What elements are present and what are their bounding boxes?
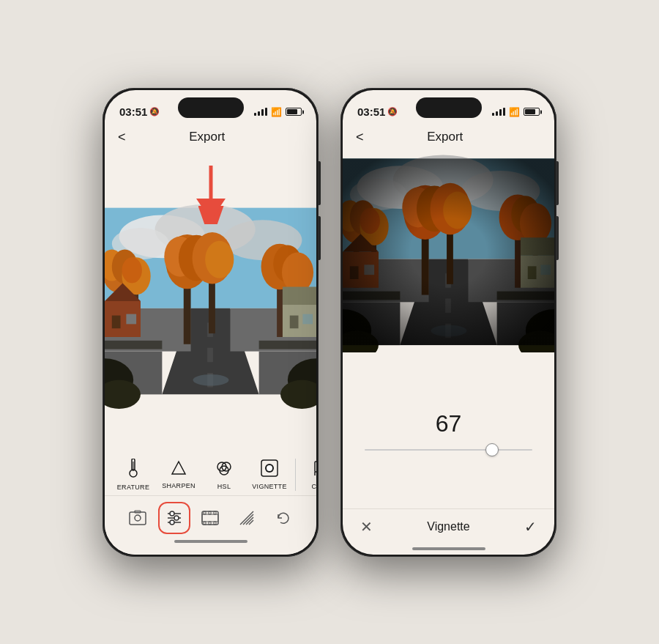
phones-container: 03:51 🔕 📶 < bbox=[103, 88, 556, 557]
time-right: 03:51 🔕 bbox=[357, 106, 398, 118]
vignette-panel: 67 ✕ Vignette ✓ bbox=[343, 352, 554, 555]
signal-bar-1 bbox=[254, 113, 256, 116]
adj-crop[interactable]: Crop bbox=[299, 459, 316, 490]
adj-hsl[interactable]: HSL bbox=[201, 459, 247, 490]
dynamic-island-left bbox=[178, 97, 244, 118]
back-button-left[interactable]: < bbox=[118, 130, 126, 145]
autumn-scene-right bbox=[343, 151, 554, 353]
battery-fill-left bbox=[287, 109, 297, 114]
battery-icon-right bbox=[524, 108, 540, 116]
home-indicator-right bbox=[412, 547, 485, 550]
status-icons-right: 📶 bbox=[492, 107, 540, 117]
status-icons-left: 📶 bbox=[254, 107, 302, 117]
crop-label: Crop bbox=[311, 483, 316, 490]
battery-icon-left bbox=[286, 108, 302, 116]
vignette-slider-track bbox=[365, 449, 532, 451]
crop-icon bbox=[313, 459, 316, 480]
svg-rect-7 bbox=[207, 347, 213, 362]
signal-bar-r1 bbox=[492, 113, 494, 116]
bnav-grain[interactable] bbox=[231, 502, 263, 534]
time-text-left: 03:51 bbox=[119, 106, 147, 118]
svg-rect-75 bbox=[202, 514, 218, 522]
svg-point-71 bbox=[174, 516, 179, 520]
svg-point-69 bbox=[170, 511, 174, 516]
vignette-icon bbox=[261, 459, 278, 480]
nav-title-right: Export bbox=[427, 130, 463, 144]
mute-icon-left: 🔕 bbox=[149, 107, 160, 116]
vignette-cancel-button[interactable]: ✕ bbox=[360, 518, 373, 536]
svg-point-73 bbox=[170, 520, 174, 525]
svg-rect-41 bbox=[259, 340, 316, 349]
svg-rect-40 bbox=[105, 340, 162, 349]
battery-fill-right bbox=[525, 109, 535, 114]
time-text-right: 03:51 bbox=[357, 106, 385, 118]
vignette-confirm-button[interactable]: ✓ bbox=[524, 518, 537, 536]
right-phone: 03:51 🔕 📶 < bbox=[340, 88, 556, 557]
hsl-label: HSL bbox=[217, 483, 231, 490]
svg-rect-35 bbox=[126, 314, 136, 324]
bnav-photo[interactable] bbox=[122, 502, 154, 534]
vignette-bottom-bar: ✕ Vignette ✓ bbox=[343, 508, 554, 544]
vignette-content: 67 bbox=[343, 352, 554, 508]
back-button-right[interactable]: < bbox=[356, 130, 364, 145]
sharpen-icon bbox=[171, 460, 187, 479]
svg-rect-38 bbox=[290, 315, 299, 328]
adj-divider bbox=[295, 459, 296, 491]
dynamic-island-right bbox=[416, 97, 482, 118]
left-phone: 03:51 🔕 📶 < bbox=[103, 88, 319, 557]
svg-rect-39 bbox=[302, 314, 313, 324]
home-indicator-left bbox=[174, 540, 247, 543]
vignette-title: Vignette bbox=[427, 520, 469, 533]
nav-bar-left: < Export bbox=[105, 127, 316, 151]
hsl-icon bbox=[215, 459, 233, 480]
bnav-history[interactable] bbox=[267, 502, 299, 534]
mute-icon-right: 🔕 bbox=[387, 107, 398, 116]
bnav-film[interactable] bbox=[194, 502, 226, 534]
signal-bar-r3 bbox=[499, 109, 502, 116]
time-left: 03:51 🔕 bbox=[119, 106, 160, 118]
svg-point-31 bbox=[282, 252, 313, 292]
svg-rect-60 bbox=[315, 462, 316, 472]
adjustments-toolbar: ERATURE SHARPEN bbox=[105, 451, 316, 495]
signal-bar-r4 bbox=[503, 108, 505, 116]
signal-bar-4 bbox=[265, 108, 267, 116]
vignette-slider-thumb[interactable] bbox=[485, 443, 499, 456]
svg-marker-37 bbox=[283, 286, 316, 304]
svg-point-19 bbox=[122, 257, 142, 283]
signal-bar-2 bbox=[258, 111, 260, 116]
svg-point-26 bbox=[205, 240, 234, 278]
svg-rect-134 bbox=[343, 158, 554, 345]
wifi-icon-right: 📶 bbox=[509, 107, 520, 117]
svg-rect-52 bbox=[133, 462, 134, 470]
photo-area-left bbox=[105, 151, 316, 451]
signal-bar-r2 bbox=[496, 111, 498, 116]
signal-bars-right bbox=[492, 108, 505, 116]
svg-point-46 bbox=[193, 374, 228, 385]
vignette-label: VIGNETTE bbox=[252, 483, 286, 490]
temperature-label: ERATURE bbox=[117, 484, 149, 491]
vignette-slider-container[interactable] bbox=[357, 449, 540, 451]
autumn-scene-left bbox=[105, 151, 316, 451]
adj-vignette[interactable]: VIGNETTE bbox=[247, 459, 292, 490]
svg-marker-53 bbox=[172, 462, 185, 474]
svg-point-66 bbox=[135, 515, 141, 521]
thermometer-icon bbox=[127, 459, 139, 481]
nav-bar-right: < Export bbox=[343, 127, 554, 151]
svg-point-59 bbox=[267, 465, 272, 471]
vignette-value: 67 bbox=[436, 410, 462, 437]
svg-rect-34 bbox=[112, 315, 121, 328]
bottom-nav-left bbox=[105, 495, 316, 537]
signal-bars-left bbox=[254, 108, 267, 116]
photo-area-right bbox=[343, 151, 554, 353]
sharpen-label: SHARPEN bbox=[162, 482, 196, 489]
svg-rect-65 bbox=[130, 512, 146, 525]
wifi-icon-left: 📶 bbox=[271, 107, 282, 117]
signal-bar-3 bbox=[261, 109, 264, 116]
nav-title-left: Export bbox=[189, 130, 225, 144]
adj-temperature[interactable]: ERATURE bbox=[111, 459, 156, 491]
bottom-area-left: ERATURE SHARPEN bbox=[105, 451, 316, 555]
bnav-sliders[interactable] bbox=[158, 502, 190, 534]
adj-sharpen[interactable]: SHARPEN bbox=[156, 460, 201, 489]
